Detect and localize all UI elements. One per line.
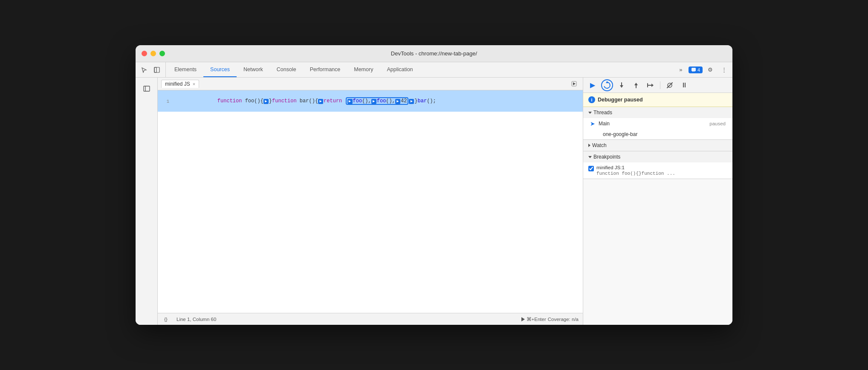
breakpoints-section: Breakpoints minified JS:1 function foo()… (583, 151, 732, 179)
close-button[interactable] (142, 51, 147, 56)
source-panel: minified JS × (158, 78, 583, 325)
step-over-icon (603, 81, 611, 90)
breakpoints-list: minified JS:1 function foo(){}function .… (583, 162, 732, 179)
debug-panel: ▶ (583, 78, 732, 325)
more-tabs-button[interactable]: » (675, 64, 687, 76)
threads-section: Threads ➤ Main paused one-google-bar (583, 107, 732, 140)
more-options-button[interactable]: ⋮ (718, 64, 730, 76)
source-tab-label: minified JS (165, 81, 190, 87)
coverage-info: Coverage: n/a (548, 317, 579, 322)
breakpoints-label: Breakpoints (593, 154, 620, 160)
line-number-1: 1 (158, 98, 173, 104)
breakpoint-checkbox[interactable] (588, 166, 594, 171)
thread-item-main[interactable]: ➤ Main paused (583, 118, 732, 129)
thread-google-bar-label: one-google-bar (603, 131, 637, 137)
breakpoint-arrow-4: ▶ (371, 99, 376, 104)
svg-rect-1 (154, 67, 156, 72)
play-icon (571, 81, 577, 87)
maximize-button[interactable] (159, 51, 165, 56)
code-area[interactable]: 1 function foo(){▶}function bar(){▶retur… (158, 90, 583, 313)
line-column-info: Line 1, Column 60 (176, 317, 216, 322)
main-content: minified JS × (136, 78, 732, 325)
main-tabs: Elements Sources Network Console Perform… (168, 62, 675, 77)
svg-marker-6 (573, 82, 576, 85)
breakpoint-filename: minified JS:1 (596, 165, 675, 170)
run-icon (521, 317, 525, 321)
breakpoint-arrow-5: ▶ (395, 99, 400, 104)
tab-bar-right-controls: » 4 ⚙ ⋮ (675, 62, 730, 77)
tab-application[interactable]: Application (380, 62, 420, 77)
watch-label: Watch (592, 142, 607, 148)
chat-icon (691, 67, 696, 72)
minimize-button[interactable] (150, 51, 156, 56)
thread-arrow-icon: ➤ (590, 120, 595, 127)
code-content-1: function foo(){▶}function bar(){▶return … (173, 90, 583, 112)
breakpoint-item-1: minified JS:1 function foo(){}function .… (588, 165, 727, 176)
debugger-paused-label: Debugger paused (598, 97, 643, 103)
traffic-lights (142, 51, 165, 56)
info-icon: i (588, 96, 595, 103)
debug-toolbar: ▶ (583, 78, 732, 93)
pause-on-exceptions-button[interactable]: ⏸ (678, 79, 690, 91)
svg-marker-9 (620, 85, 623, 88)
threads-header[interactable]: Threads (583, 107, 732, 118)
tab-console[interactable]: Console (270, 62, 303, 77)
threads-list: ➤ Main paused one-google-bar (583, 118, 732, 139)
svg-rect-0 (154, 67, 159, 72)
step-into-button[interactable] (616, 79, 628, 91)
tab-elements[interactable]: Elements (168, 62, 203, 77)
chat-badge[interactable]: 4 (689, 66, 703, 73)
thread-main-label: Main (599, 121, 610, 127)
thread-item-google-bar[interactable]: one-google-bar (583, 129, 732, 139)
step-out-button[interactable] (630, 79, 642, 91)
breakpoints-collapse-icon (588, 156, 592, 158)
source-header-right (568, 78, 579, 90)
cursor-icon[interactable] (138, 64, 150, 76)
threads-label: Threads (593, 110, 612, 116)
breakpoints-header[interactable]: Breakpoints (583, 151, 732, 162)
svg-marker-13 (651, 84, 654, 87)
debugger-paused-banner: i Debugger paused (583, 93, 732, 107)
step-over-button[interactable] (601, 79, 613, 91)
format-button[interactable]: {} (162, 315, 170, 323)
svg-rect-3 (144, 86, 150, 91)
tab-bar: Elements Sources Network Console Perform… (136, 62, 732, 78)
devtools-window: DevTools - chrome://new-tab-page/ (136, 45, 732, 325)
breakpoint-code: function foo(){}function ... (596, 171, 675, 176)
step-into-icon (618, 82, 625, 89)
source-footer: {} Line 1, Column 60 ⌘+Enter Coverage: n… (158, 313, 583, 325)
settings-button[interactable]: ⚙ (704, 64, 716, 76)
deactivate-breakpoints-button[interactable] (664, 79, 676, 91)
window-title: DevTools - chrome://new-tab-page/ (391, 50, 477, 57)
svg-line-15 (667, 83, 672, 88)
title-bar: DevTools - chrome://new-tab-page/ (136, 45, 732, 62)
toolbar-separator (660, 81, 660, 89)
step-out-icon (633, 82, 639, 89)
tab-network[interactable]: Network (237, 62, 270, 77)
breakpoint-info: minified JS:1 function foo(){}function .… (596, 165, 675, 176)
left-panel (136, 78, 158, 325)
panel-toggle-button[interactable] (139, 81, 154, 96)
tab-bar-left-controls (138, 62, 166, 77)
watch-expand-icon (588, 144, 590, 147)
dock-icon[interactable] (151, 64, 163, 76)
step-button[interactable] (645, 79, 657, 91)
run-snippet-controls: ⌘+Enter Coverage: n/a (521, 316, 579, 322)
resume-button[interactable]: ▶ (587, 79, 599, 91)
tab-sources[interactable]: Sources (203, 62, 237, 77)
source-file-tab[interactable]: minified JS × (161, 80, 199, 88)
source-panel-header: minified JS × (158, 78, 583, 90)
breakpoint-arrow-1: ▶ (263, 99, 269, 104)
panel-icon (143, 85, 150, 92)
thread-main-status: paused (709, 121, 726, 126)
devtools-container: Elements Sources Network Console Perform… (136, 62, 732, 325)
breakpoint-arrow-6: ▶ (409, 99, 414, 104)
source-tab-close-button[interactable]: × (193, 81, 195, 87)
breakpoint-arrow-3: ▶ (347, 99, 353, 104)
svg-rect-2 (692, 68, 696, 71)
tab-performance[interactable]: Performance (303, 62, 347, 77)
breakpoint-arrow-2: ▶ (318, 99, 323, 104)
watch-header[interactable]: Watch (583, 140, 732, 151)
source-run-button[interactable] (568, 78, 579, 90)
tab-memory[interactable]: Memory (347, 62, 380, 77)
